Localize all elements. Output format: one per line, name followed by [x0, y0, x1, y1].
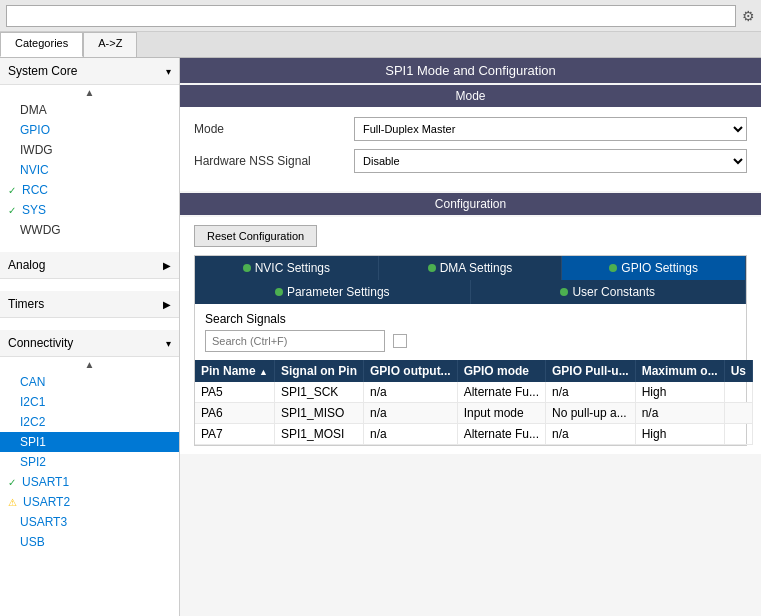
- table-row: PA7 SPI1_MOSI n/a Alternate Fu... n/a Hi…: [195, 424, 753, 445]
- tab-gpio-settings[interactable]: GPIO Settings: [562, 256, 746, 280]
- select-all-checkbox[interactable]: [393, 334, 407, 348]
- section-header-analog[interactable]: Analog ▶: [0, 252, 179, 279]
- tab-user-constants[interactable]: User Constants: [471, 280, 747, 304]
- sidebar-item-iwdg[interactable]: IWDG: [0, 140, 179, 160]
- cell-maxout-pa7: High: [635, 424, 724, 445]
- col-gpio-mode[interactable]: GPIO mode: [457, 360, 545, 382]
- sidebar-item-wwdg[interactable]: WWDG: [0, 220, 179, 240]
- cell-pull-pa7: n/a: [546, 424, 636, 445]
- gear-button[interactable]: ⚙: [742, 8, 755, 24]
- cell-user-pa7: [724, 424, 752, 445]
- mode-select[interactable]: Full-Duplex Master Disable Full-Duplex S…: [354, 117, 747, 141]
- sidebar-item-usart2[interactable]: USART2: [0, 492, 179, 512]
- chevron-timers: ▶: [163, 299, 171, 310]
- reset-config-button[interactable]: Reset Configuration: [194, 225, 317, 247]
- col-signal[interactable]: Signal on Pin: [274, 360, 363, 382]
- pin-table: Pin Name ▲ Signal on Pin GPIO output... …: [195, 360, 753, 445]
- sidebar-item-gpio[interactable]: GPIO: [0, 120, 179, 140]
- sidebar-item-can[interactable]: CAN: [0, 372, 179, 392]
- tab-parameter-settings[interactable]: Parameter Settings: [195, 280, 471, 304]
- chevron-analog: ▶: [163, 260, 171, 271]
- section-timers: Timers ▶: [0, 291, 179, 318]
- sidebar-item-i2c1[interactable]: I2C1: [0, 392, 179, 412]
- tab-dma-settings[interactable]: DMA Settings: [379, 256, 563, 280]
- sidebar-item-usb[interactable]: USB: [0, 532, 179, 552]
- cell-signal-pa6: SPI1_MISO: [274, 403, 363, 424]
- user-dot: [560, 288, 568, 296]
- cell-output-pa6: n/a: [363, 403, 457, 424]
- sidebar-item-usart1[interactable]: USART1: [0, 472, 179, 492]
- sidebar-item-i2c2[interactable]: I2C2: [0, 412, 179, 432]
- table-row: PA5 SPI1_SCK n/a Alternate Fu... n/a Hig…: [195, 382, 753, 403]
- sidebar-item-sys[interactable]: SYS: [0, 200, 179, 220]
- tab-bar: Categories A->Z: [0, 32, 761, 58]
- section-system-core: System Core ▾ ▲ DMA GPIO IWDG NVIC RCC S…: [0, 58, 179, 240]
- sidebar-item-usart3[interactable]: USART3: [0, 512, 179, 532]
- cell-user-pa6: [724, 403, 752, 424]
- section-connectivity: Connectivity ▾ ▲ CAN I2C1 I2C2 SPI1 SPI2…: [0, 330, 179, 552]
- nss-label: Hardware NSS Signal: [194, 154, 354, 168]
- cell-output-pa5: n/a: [363, 382, 457, 403]
- content-area: SPI1 Mode and Configuration Mode Mode Fu…: [180, 58, 761, 616]
- col-max-output[interactable]: Maximum o...: [635, 360, 724, 382]
- main-layout: System Core ▾ ▲ DMA GPIO IWDG NVIC RCC S…: [0, 58, 761, 616]
- cell-signal-pa7: SPI1_MOSI: [274, 424, 363, 445]
- cell-signal-pa5: SPI1_SCK: [274, 382, 363, 403]
- cell-mode-pa6: Input mode: [457, 403, 545, 424]
- cell-pull-pa5: n/a: [546, 382, 636, 403]
- chevron-system-core: ▾: [166, 66, 171, 77]
- section-header-timers[interactable]: Timers ▶: [0, 291, 179, 318]
- cell-user-pa5: [724, 382, 752, 403]
- cell-maxout-pa6: n/a: [635, 403, 724, 424]
- cell-pin-pa6: PA6: [195, 403, 274, 424]
- nss-row: Hardware NSS Signal Disable Hardware NSS…: [194, 149, 747, 173]
- cell-pin-pa7: PA7: [195, 424, 274, 445]
- search-input[interactable]: [6, 5, 736, 27]
- section-header-connectivity[interactable]: Connectivity ▾: [0, 330, 179, 357]
- nss-select[interactable]: Disable Hardware NSS Input Signal Hardwa…: [354, 149, 747, 173]
- search-signals-row: [205, 330, 736, 352]
- col-pin-name[interactable]: Pin Name ▲: [195, 360, 274, 382]
- gpio-dot: [609, 264, 617, 272]
- sidebar: System Core ▾ ▲ DMA GPIO IWDG NVIC RCC S…: [0, 58, 180, 616]
- search-signals-input[interactable]: [205, 330, 385, 352]
- param-dot: [275, 288, 283, 296]
- top-bar: ⚙: [0, 0, 761, 32]
- section-header-system-core[interactable]: System Core ▾: [0, 58, 179, 85]
- sidebar-item-spi2[interactable]: SPI2: [0, 452, 179, 472]
- section-analog: Analog ▶: [0, 252, 179, 279]
- col-gpio-output[interactable]: GPIO output...: [363, 360, 457, 382]
- sidebar-item-rcc[interactable]: RCC: [0, 180, 179, 200]
- cell-mode-pa5: Alternate Fu...: [457, 382, 545, 403]
- tab-atoz[interactable]: A->Z: [83, 32, 137, 57]
- table-row: PA6 SPI1_MISO n/a Input mode No pull-up …: [195, 403, 753, 424]
- tab-nvic-settings[interactable]: NVIC Settings: [195, 256, 379, 280]
- mode-label: Mode: [194, 122, 354, 136]
- scroll-up-system-core[interactable]: ▲: [0, 85, 179, 100]
- config-tab-row-1: NVIC Settings DMA Settings GPIO Settings: [195, 256, 746, 280]
- col-user[interactable]: Us: [724, 360, 752, 382]
- search-signals-label: Search Signals: [205, 312, 736, 326]
- mode-section: Mode Full-Duplex Master Disable Full-Dup…: [180, 107, 761, 191]
- config-tab-row-2: Parameter Settings User Constants: [195, 280, 746, 304]
- sort-pin-name: ▲: [259, 367, 268, 377]
- sidebar-item-spi1[interactable]: SPI1: [0, 432, 179, 452]
- col-gpio-pull[interactable]: GPIO Pull-u...: [546, 360, 636, 382]
- cell-pin-pa5: PA5: [195, 382, 274, 403]
- sidebar-item-nvic[interactable]: NVIC: [0, 160, 179, 180]
- cell-pull-pa6: No pull-up a...: [546, 403, 636, 424]
- config-section-header: Configuration: [180, 193, 761, 215]
- table-header-row: Pin Name ▲ Signal on Pin GPIO output... …: [195, 360, 753, 382]
- nvic-dot: [243, 264, 251, 272]
- sidebar-item-dma[interactable]: DMA: [0, 100, 179, 120]
- dma-dot: [428, 264, 436, 272]
- cell-maxout-pa5: High: [635, 382, 724, 403]
- config-tabs: NVIC Settings DMA Settings GPIO Settings: [194, 255, 747, 446]
- search-signals-area: Search Signals: [195, 304, 746, 360]
- tab-categories[interactable]: Categories: [0, 32, 83, 57]
- cell-output-pa7: n/a: [363, 424, 457, 445]
- cell-mode-pa7: Alternate Fu...: [457, 424, 545, 445]
- page-title: SPI1 Mode and Configuration: [180, 58, 761, 83]
- scroll-up-connectivity[interactable]: ▲: [0, 357, 179, 372]
- config-section: Reset Configuration NVIC Settings DMA Se…: [180, 217, 761, 454]
